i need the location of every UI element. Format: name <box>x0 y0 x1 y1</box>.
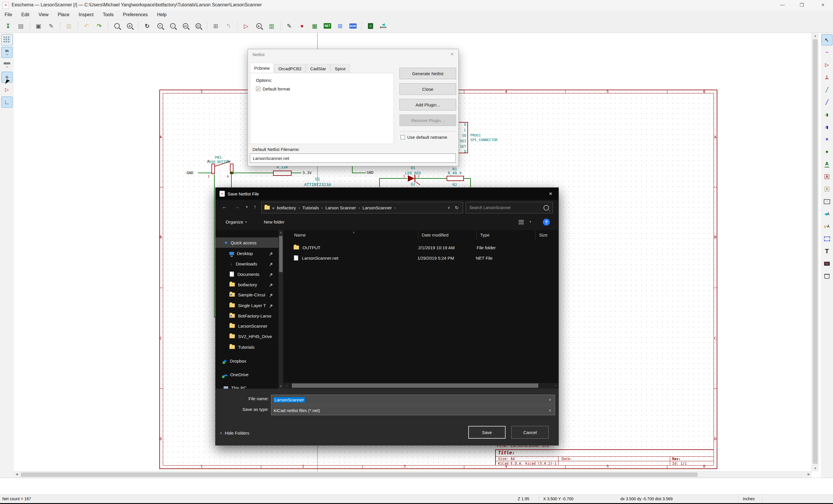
highlight-net-icon[interactable]: ~ <box>822 47 832 58</box>
annotate-icon[interactable]: ✎ <box>283 20 295 32</box>
units-inches-icon[interactable]: in↔ <box>1 47 13 58</box>
column-header-size[interactable]: Size <box>539 233 548 237</box>
file-name-input[interactable]: LarsonScanner ∨ <box>271 395 555 405</box>
menu-file[interactable]: File <box>0 12 17 17</box>
run-pcbnew-icon[interactable]: ≣ <box>365 20 376 32</box>
use-default-netname-checkbox[interactable]: Use default netname <box>401 135 447 140</box>
restore-button[interactable]: ❐ <box>795 0 808 10</box>
assign-footprints-icon[interactable]: ▦ <box>309 20 320 32</box>
breadcrumb-item[interactable]: LarsonScanner <box>362 205 392 210</box>
zoom-fit-icon[interactable]: ▭ <box>180 20 191 32</box>
symbol-fields-table-icon[interactable]: ⊞ <box>334 20 346 32</box>
tab-cadstar[interactable]: CadStar <box>306 64 330 73</box>
save-dialog-close-icon[interactable]: × <box>549 191 552 197</box>
generate-netlist-icon[interactable]: NET <box>322 20 333 32</box>
generate-netlist-button[interactable]: Generate Netlist <box>400 68 456 79</box>
back-annotate-icon[interactable]: ◀BACK <box>377 20 389 32</box>
cancel-button[interactable]: Cancel <box>511 426 549 439</box>
no-connect-flag-icon[interactable]: × <box>822 134 832 145</box>
redo-icon[interactable]: ↷ <box>93 20 105 32</box>
place-power-port-icon[interactable]: ⊥ <box>822 72 832 83</box>
canvas-vertical-scrollbar[interactable]: ▲ ▼ <box>812 33 819 471</box>
hidden-pins-icon[interactable]: ▷ <box>1 84 13 95</box>
sidebar-item-quick-access[interactable]: ★ Quick access <box>215 237 279 248</box>
delete-tool-icon[interactable] <box>822 271 832 282</box>
netlist-filename-input[interactable]: LarsonScanner.net <box>250 153 456 163</box>
menu-help[interactable]: Help <box>152 12 171 17</box>
help-icon[interactable]: ? <box>543 219 550 225</box>
sidebar-item-tutorials[interactable]: Tutorials <box>215 342 277 352</box>
paste-icon[interactable]: ▥ <box>63 20 75 32</box>
grid-visibility-icon[interactable] <box>1 34 13 45</box>
print-icon[interactable]: ▣ <box>33 20 44 32</box>
place-image-icon[interactable] <box>822 258 832 269</box>
breadcrumb-item[interactable]: botfactory <box>277 205 296 210</box>
page-settings-icon[interactable]: ▤ <box>15 20 27 32</box>
menu-inspect[interactable]: Inspect <box>74 12 98 17</box>
hierarchical-sheet-icon[interactable]: ≈ <box>822 196 832 207</box>
select-tool-icon[interactable]: ↖ <box>822 34 832 45</box>
sidebar-item-sv2-hp45[interactable]: SV2_HP45_Drive <box>215 331 277 341</box>
wire-to-bus-entry-icon[interactable]: ∕▮ <box>822 109 832 120</box>
organize-button[interactable]: Organize ▾ <box>225 219 247 224</box>
checkbox-checked-icon[interactable]: ✓ <box>256 87 260 91</box>
sheet-pin-icon[interactable]: ▷A <box>822 221 832 232</box>
file-name-dropdown-icon[interactable]: ∨ <box>549 398 551 402</box>
sidebar-item-dropbox[interactable]: ◆✓ Dropbox <box>215 356 277 366</box>
menu-view[interactable]: View <box>34 12 53 17</box>
hv-orientation-icon[interactable]: ∟ <box>1 97 13 107</box>
history-chevron-icon[interactable]: ∨ <box>245 205 248 209</box>
place-bus-icon[interactable]: ╱ <box>822 97 832 107</box>
up-icon[interactable]: ↑ <box>254 204 256 210</box>
search-icon[interactable] <box>544 205 549 211</box>
canvas-horizontal-scrollbar[interactable]: ◀ ▶ <box>14 471 812 478</box>
breadcrumb-collapsed[interactable]: « <box>272 205 275 210</box>
menu-edit[interactable]: Edit <box>17 12 34 17</box>
bom-icon[interactable]: BOM <box>347 20 359 32</box>
back-icon[interactable]: ← <box>222 204 227 210</box>
global-label-icon[interactable]: A <box>822 171 832 182</box>
sidebar-item-onedrive[interactable]: ☁✓ OneDrive <box>215 369 277 380</box>
erc-icon[interactable]: ● <box>296 20 308 32</box>
sidebar-scrollbar[interactable]: ∧ ∨ <box>279 230 283 389</box>
find-replace-icon[interactable]: a <box>124 20 135 32</box>
breadcrumb-item[interactable]: Tutorials <box>303 205 319 210</box>
leave-sheet-icon[interactable]: ↰ <box>223 20 234 32</box>
hierarchical-label-icon[interactable]: A <box>822 184 832 195</box>
import-sheet-pin-icon[interactable]: ◀A <box>822 209 832 219</box>
close-button-netlist[interactable]: Close <box>400 83 456 95</box>
file-list-horizontal-scrollbar[interactable]: ‹ › <box>283 383 558 389</box>
zoom-out-icon[interactable]: − <box>167 20 178 32</box>
new-folder-button[interactable]: New folder <box>264 219 285 224</box>
forward-icon[interactable]: → <box>235 204 240 210</box>
tab-spice[interactable]: Spice <box>330 64 350 73</box>
sidebar-item-desktop[interactable]: Desktop <box>215 248 277 259</box>
graphic-line-icon[interactable] <box>822 233 832 244</box>
netlist-close-icon[interactable]: × <box>450 51 454 57</box>
sidebar-item-sample-circui[interactable]: Sample-Circui <box>215 289 277 300</box>
place-symbol-icon[interactable]: ▷ <box>822 59 832 70</box>
file-row-larsonscanner-net[interactable]: LarsonScanner.net 1/29/2019 5:24 PM NET … <box>283 253 558 263</box>
file-row-output[interactable]: OUTPUT 2/1/2019 10:19 AM File folder <box>283 242 558 253</box>
menu-tools[interactable]: Tools <box>98 12 118 17</box>
menu-preferences[interactable]: Preferences <box>118 12 152 17</box>
search-box[interactable]: Search LarsonScanner <box>466 202 553 213</box>
tab-orcadpcb2[interactable]: OrcadPCB2 <box>274 64 306 73</box>
refresh-icon[interactable]: ↻ <box>455 205 459 211</box>
place-text-icon[interactable]: T <box>822 246 832 257</box>
sidebar-item-single-layer[interactable]: Single Layer T <box>215 300 277 311</box>
default-format-checkbox[interactable]: ✓ Default format <box>256 87 290 91</box>
tab-pcbnew[interactable]: Pcbnew <box>250 63 274 73</box>
column-header-type[interactable]: Type <box>480 233 490 237</box>
sidebar-item-downloads[interactable]: ↓ Downloads <box>215 259 277 269</box>
net-label-icon[interactable]: A <box>822 159 832 170</box>
zoom-in-icon[interactable]: + <box>154 20 166 32</box>
menu-place[interactable]: Place <box>53 12 74 17</box>
save-button[interactable]: Save <box>468 426 506 439</box>
sidebar-item-larsonscanner[interactable]: LarsonScanner <box>215 321 277 331</box>
column-header-name[interactable]: Name <box>294 233 306 237</box>
breadcrumb[interactable]: « botfactory› Tutorials› Larson Scanner›… <box>261 202 463 213</box>
sidebar-item-botfactory[interactable]: botfactory <box>215 279 277 290</box>
view-dropdown-icon[interactable]: ▾ <box>530 220 531 223</box>
save-type-dropdown-icon[interactable]: ∨ <box>549 408 551 412</box>
